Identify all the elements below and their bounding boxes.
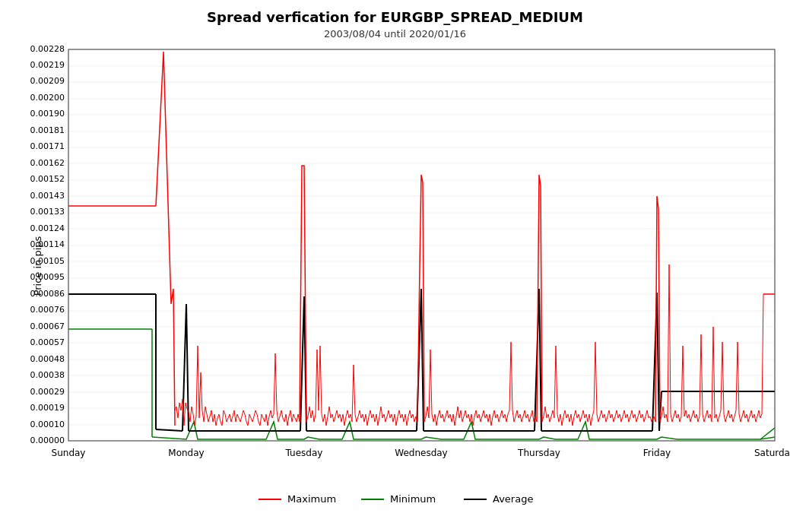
y-tick-3: 0.00029 — [30, 387, 65, 397]
y-tick-6: 0.00057 — [30, 337, 65, 347]
y-tick-21: 0.00200 — [30, 93, 65, 103]
y-tick-4: 0.00038 — [30, 370, 65, 380]
chart-container: Spread verfication for EURGBP_SPREAD_MED… — [0, 0, 790, 532]
x-tick-saturday: Saturday — [754, 448, 790, 458]
x-tick-sunday: Sunday — [52, 448, 86, 458]
y-tick-1: 0.00010 — [30, 420, 65, 429]
y-tick-2: 0.00019 — [30, 403, 65, 413]
y-tick-5: 0.00048 — [30, 354, 65, 364]
y-tick-16: 0.00152 — [30, 174, 65, 184]
y-tick-7: 0.00067 — [30, 321, 65, 331]
y-tick-8: 0.00076 — [30, 305, 65, 315]
x-tick-wednesday: Wednesday — [395, 448, 447, 458]
y-tick-14: 0.00133 — [30, 207, 65, 217]
y-tick-15: 0.00143 — [30, 191, 65, 201]
y-tick-24: 0.00228 — [30, 44, 65, 54]
legend-minimum-label: Minimum — [390, 493, 436, 505]
x-tick-friday: Friday — [643, 448, 671, 458]
y-tick-0: 0.00000 — [30, 435, 65, 445]
y-tick-23: 0.00219 — [30, 60, 65, 70]
y-tick-12: 0.00114 — [30, 239, 65, 249]
x-tick-monday: Monday — [168, 448, 204, 458]
x-tick-thursday: Thursday — [517, 448, 560, 458]
y-tick-11: 0.00105 — [30, 256, 65, 266]
y-tick-20: 0.00190 — [30, 109, 65, 119]
legend-average-label: Average — [493, 493, 533, 505]
y-tick-10: 0.00095 — [30, 272, 65, 282]
y-tick-17: 0.00162 — [30, 158, 65, 168]
chart-svg: 0.00000 0.00010 0.00019 0.00029 0.00038 … — [0, 0, 790, 532]
y-tick-13: 0.00124 — [30, 223, 65, 233]
y-tick-19: 0.00181 — [30, 125, 65, 135]
y-tick-18: 0.00171 — [30, 141, 65, 151]
legend-maximum-label: Maximum — [287, 493, 336, 505]
x-tick-tuesday: Tuesday — [285, 448, 323, 458]
y-tick-9: 0.00086 — [30, 289, 65, 299]
y-tick-22: 0.00209 — [30, 76, 65, 86]
